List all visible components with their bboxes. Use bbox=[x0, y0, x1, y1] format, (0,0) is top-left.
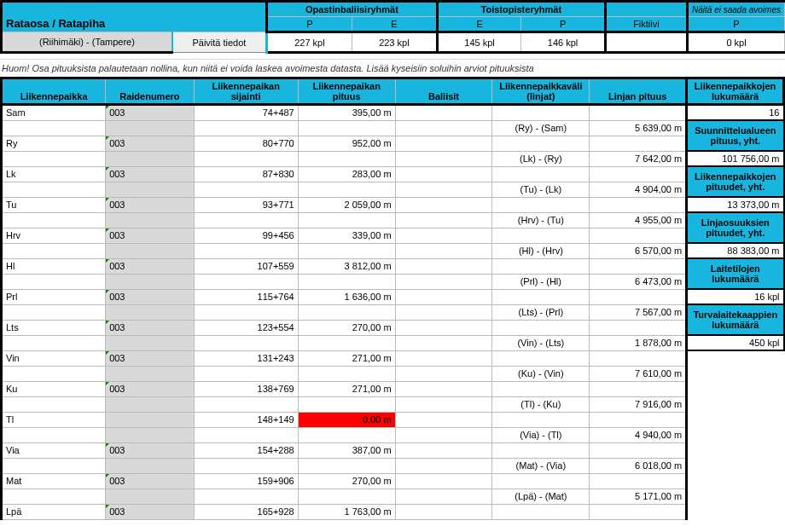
cell-sij[interactable] bbox=[194, 335, 298, 350]
cell-linkpit[interactable]: 7 567,00 m bbox=[590, 304, 687, 320]
cell-pit[interactable]: 339,00 m bbox=[298, 228, 395, 243]
cell-link[interactable]: (Mat) - (Via) bbox=[492, 458, 590, 473]
cell-rn[interactable]: 003 bbox=[106, 350, 194, 366]
cell-lp[interactable]: Ry bbox=[2, 136, 106, 151]
cell-sij[interactable] bbox=[194, 120, 298, 136]
cell-link[interactable] bbox=[492, 381, 590, 396]
cell-pit[interactable]: 283,00 m bbox=[298, 166, 395, 182]
cell-link[interactable] bbox=[492, 258, 590, 274]
cell-rn[interactable]: 003 bbox=[106, 504, 194, 519]
cell-baliisit[interactable] bbox=[395, 412, 492, 427]
cell-linkpit[interactable] bbox=[590, 197, 687, 212]
cell-pit[interactable] bbox=[298, 243, 395, 258]
cell-sij[interactable] bbox=[194, 151, 298, 166]
cell-lp[interactable]: Hl bbox=[2, 258, 106, 274]
cell-lp[interactable]: Ku bbox=[2, 381, 106, 396]
cell-lp[interactable] bbox=[2, 335, 106, 350]
cell-sij[interactable]: 138+769 bbox=[194, 381, 298, 396]
cell-lp[interactable] bbox=[2, 182, 106, 197]
cell-linkpit[interactable] bbox=[590, 473, 687, 489]
cell-pit[interactable] bbox=[298, 427, 395, 442]
cell-pit[interactable] bbox=[298, 212, 395, 228]
cell-link[interactable] bbox=[492, 136, 590, 151]
cell-baliisit[interactable] bbox=[395, 228, 492, 243]
cell-link[interactable]: (Hrv) - (Tu) bbox=[492, 212, 590, 228]
cell-pit[interactable] bbox=[298, 396, 395, 412]
cell-rn[interactable] bbox=[106, 274, 194, 289]
cell-pit[interactable]: 387,00 m bbox=[298, 442, 395, 458]
cell-sij[interactable] bbox=[194, 243, 298, 258]
cell-pit[interactable] bbox=[298, 304, 395, 320]
cell-baliisit[interactable] bbox=[395, 197, 492, 212]
cell-rn[interactable] bbox=[106, 412, 194, 427]
cell-baliisit[interactable] bbox=[395, 304, 492, 320]
cell-lp[interactable] bbox=[2, 274, 106, 289]
cell-pit[interactable]: 271,00 m bbox=[298, 381, 395, 396]
cell-baliisit[interactable] bbox=[395, 381, 492, 396]
cell-linkpit[interactable]: 4 955,00 m bbox=[590, 212, 687, 228]
cell-link[interactable] bbox=[492, 228, 590, 243]
cell-link[interactable]: (Vin) - (Lts) bbox=[492, 335, 590, 350]
cell-link[interactable]: (Lk) - (Ry) bbox=[492, 151, 590, 166]
cell-lp[interactable]: Hrv bbox=[2, 228, 106, 243]
section-input-cell[interactable]: (Riihimäki) - (Tampere) bbox=[2, 32, 172, 53]
cell-lp[interactable] bbox=[2, 120, 106, 136]
cell-lp[interactable] bbox=[2, 427, 106, 442]
cell-sij[interactable] bbox=[194, 212, 298, 228]
cell-linkpit[interactable] bbox=[590, 381, 687, 396]
cell-sij[interactable]: 154+288 bbox=[194, 442, 298, 458]
cell-pit[interactable]: 0,00 m bbox=[298, 412, 395, 427]
cell-linkpit[interactable] bbox=[590, 289, 687, 304]
cell-sij[interactable]: 107+559 bbox=[194, 258, 298, 274]
cell-baliisit[interactable] bbox=[395, 136, 492, 151]
cell-lp[interactable] bbox=[2, 489, 106, 504]
cell-sij[interactable]: 123+554 bbox=[194, 320, 298, 335]
cell-sij[interactable] bbox=[194, 274, 298, 289]
cell-sij[interactable]: 148+149 bbox=[194, 412, 298, 427]
cell-sij[interactable]: 159+906 bbox=[194, 473, 298, 489]
cell-baliisit[interactable] bbox=[395, 473, 492, 489]
cell-sij[interactable] bbox=[194, 366, 298, 381]
cell-pit[interactable] bbox=[298, 335, 395, 350]
cell-rn[interactable] bbox=[106, 458, 194, 473]
cell-pit[interactable]: 270,00 m bbox=[298, 320, 395, 335]
cell-rn[interactable]: 003 bbox=[106, 228, 194, 243]
cell-baliisit[interactable] bbox=[395, 442, 492, 458]
cell-linkpit[interactable]: 6 570,00 m bbox=[590, 243, 687, 258]
cell-linkpit[interactable]: 5 639,00 m bbox=[590, 120, 687, 136]
cell-link[interactable]: (Tl) - (Ku) bbox=[492, 396, 590, 412]
cell-rn[interactable] bbox=[106, 366, 194, 381]
cell-pit[interactable]: 952,00 m bbox=[298, 136, 395, 151]
cell-lp[interactable] bbox=[2, 366, 106, 381]
cell-rn[interactable]: 003 bbox=[106, 136, 194, 151]
cell-baliisit[interactable] bbox=[395, 105, 492, 121]
cell-rn[interactable] bbox=[106, 396, 194, 412]
cell-link[interactable] bbox=[492, 166, 590, 182]
cell-rn[interactable]: 003 bbox=[106, 442, 194, 458]
cell-linkpit[interactable] bbox=[590, 228, 687, 243]
cell-pit[interactable] bbox=[298, 458, 395, 473]
cell-lp[interactable]: Vin bbox=[2, 350, 106, 366]
cell-lp[interactable]: Lpä bbox=[2, 504, 106, 519]
cell-lp[interactable]: Mat bbox=[2, 473, 106, 489]
cell-rn[interactable]: 003 bbox=[106, 381, 194, 396]
cell-baliisit[interactable] bbox=[395, 489, 492, 504]
cell-link[interactable]: (Prl) - (Hl) bbox=[492, 274, 590, 289]
cell-lp[interactable]: Via bbox=[2, 442, 106, 458]
cell-link[interactable]: (Tu) - (Lk) bbox=[492, 182, 590, 197]
cell-rn[interactable] bbox=[106, 489, 194, 504]
cell-link[interactable]: (Ku) - (Vin) bbox=[492, 366, 590, 381]
cell-lp[interactable] bbox=[2, 243, 106, 258]
cell-lp[interactable] bbox=[2, 458, 106, 473]
cell-linkpit[interactable] bbox=[590, 412, 687, 427]
cell-rn[interactable]: 003 bbox=[106, 320, 194, 335]
cell-baliisit[interactable] bbox=[395, 151, 492, 166]
cell-rn[interactable]: 003 bbox=[106, 473, 194, 489]
cell-sij[interactable]: 131+243 bbox=[194, 350, 298, 366]
cell-sij[interactable]: 87+830 bbox=[194, 166, 298, 182]
cell-baliisit[interactable] bbox=[395, 274, 492, 289]
cell-lp[interactable] bbox=[2, 151, 106, 166]
cell-pit[interactable] bbox=[298, 489, 395, 504]
cell-sij[interactable] bbox=[194, 427, 298, 442]
cell-linkpit[interactable] bbox=[590, 320, 687, 335]
